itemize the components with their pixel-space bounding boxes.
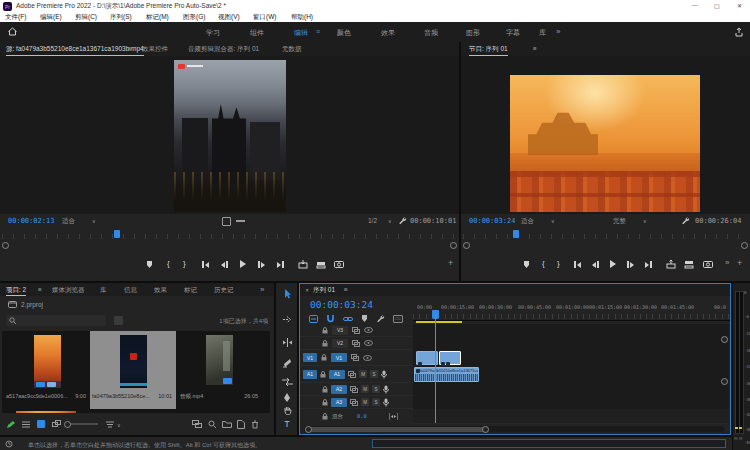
tab-effect-controls[interactable]: 效果控件 xyxy=(142,45,168,54)
tab-source-clip[interactable]: 源: fa0479a3b55210e8ce1a13671ca1903b.mp4 xyxy=(6,45,144,56)
automate-to-sequence-icon[interactable] xyxy=(192,420,202,428)
program-scrub-ruler[interactable] xyxy=(463,230,748,239)
keyframe-nav-icon[interactable] xyxy=(389,413,398,420)
razor-tool[interactable] xyxy=(276,355,298,370)
sync-lock-icon[interactable] xyxy=(351,354,359,361)
solo-track-button[interactable]: S xyxy=(372,385,380,393)
project-panel-menu-icon[interactable]: ≡ xyxy=(38,286,42,293)
freeform-view-icon[interactable] xyxy=(52,420,61,428)
project-item-4-partial-thumbnail[interactable] xyxy=(16,411,76,413)
toggle-track-output-eye-icon[interactable] xyxy=(364,327,373,333)
step-back-icon[interactable] xyxy=(221,261,228,268)
status-sync-icon[interactable] xyxy=(5,440,13,448)
menu-window[interactable]: 窗口(W) xyxy=(253,13,276,22)
find-icon[interactable] xyxy=(208,420,217,429)
source-scrub-ruler[interactable] xyxy=(2,230,457,239)
source-patch-v1[interactable]: V1 xyxy=(303,353,317,362)
lock-icon[interactable] xyxy=(320,371,326,378)
source-settings-wrench-icon[interactable] xyxy=(398,216,407,225)
source-resolution-select[interactable]: 1/2 xyxy=(368,217,377,224)
workspace-tab-graphics[interactable]: 图形 xyxy=(466,28,480,38)
goto-in-icon[interactable] xyxy=(202,261,209,268)
home-icon[interactable] xyxy=(7,26,18,37)
tab-libraries[interactable]: 库 xyxy=(100,286,107,295)
track-lane-a3[interactable] xyxy=(413,396,729,410)
timeline-current-timecode[interactable]: 00:00:03:24 xyxy=(310,299,373,310)
track-target-v3[interactable]: V3 xyxy=(332,326,348,335)
source-settings-icon-a[interactable] xyxy=(222,217,231,226)
menu-graphics[interactable]: 图形(G) xyxy=(183,13,205,22)
source-button-editor-icon[interactable]: + xyxy=(448,258,453,268)
source-playhead[interactable] xyxy=(114,230,120,238)
track-target-a1[interactable]: A1 xyxy=(329,370,345,379)
program-zoom-handle-right[interactable] xyxy=(741,242,748,249)
tab-markers[interactable]: 标记 xyxy=(184,286,197,295)
menu-help[interactable]: 帮助(H) xyxy=(291,13,313,22)
track-lane-a2[interactable] xyxy=(413,383,729,397)
menu-file[interactable]: 文件(F) xyxy=(5,13,26,22)
linked-selection-icon[interactable] xyxy=(343,315,353,323)
mute-track-button[interactable]: M xyxy=(359,370,367,378)
source-current-timecode[interactable]: 00:00:02:13 xyxy=(8,217,54,225)
source-zoom-bar[interactable] xyxy=(2,242,457,249)
nest-sequence-icon[interactable] xyxy=(309,315,318,323)
program-fit-select[interactable]: 适合 xyxy=(521,217,534,226)
selection-tool[interactable] xyxy=(276,287,298,302)
new-bin-icon[interactable] xyxy=(222,420,232,428)
program-playhead[interactable] xyxy=(513,230,519,238)
snap-magnet-icon[interactable] xyxy=(326,314,335,323)
quick-export-icon[interactable] xyxy=(734,27,744,38)
delete-trash-icon[interactable] xyxy=(251,420,259,429)
program-settings-wrench-icon[interactable] xyxy=(681,216,690,225)
playhead-line[interactable] xyxy=(435,314,436,423)
new-item-icon[interactable] xyxy=(237,420,245,429)
lift-icon[interactable] xyxy=(666,260,676,269)
lock-icon[interactable] xyxy=(322,327,328,334)
edit-pencil-icon[interactable] xyxy=(6,420,15,429)
restore-button[interactable]: ▢ xyxy=(714,2,720,9)
solo-track-button[interactable]: S xyxy=(370,370,378,378)
mark-in-icon[interactable]: { xyxy=(542,260,545,268)
timeline-vscroll-handle-bottom[interactable] xyxy=(721,378,728,385)
sort-icon[interactable] xyxy=(106,421,114,428)
workspace-tab-menu-icon[interactable]: ≡ xyxy=(316,28,320,35)
mark-out-icon[interactable]: } xyxy=(183,260,186,268)
audio-clip-1[interactable]: fa0479a3b55210e8ce1a13671ca1903b.mp4 xyxy=(414,367,479,382)
tab-history[interactable]: 历史记 xyxy=(214,286,234,295)
ripple-edit-tool[interactable] xyxy=(276,335,298,350)
goto-out-icon[interactable] xyxy=(277,261,284,268)
slip-tool[interactable] xyxy=(276,374,298,389)
toggle-track-output-eye-icon[interactable] xyxy=(363,355,372,361)
workspace-tab-audio[interactable]: 音频 xyxy=(424,28,438,38)
tab-effects[interactable]: 效果 xyxy=(154,286,167,295)
solo-track-button[interactable]: S xyxy=(372,398,380,406)
source-fit-chevron-icon[interactable]: ∨ xyxy=(92,218,96,224)
project-item-1[interactable]: a517aac9cc9de1e0006... 9:00 xyxy=(4,331,90,409)
track-target-a3[interactable]: A3 xyxy=(331,398,347,407)
scrollbar-handle-right[interactable] xyxy=(482,426,489,433)
toggle-track-output-eye-icon[interactable] xyxy=(364,340,373,346)
menu-marker[interactable]: 标记(M) xyxy=(146,13,169,22)
goto-in-icon[interactable] xyxy=(574,261,581,268)
lock-icon[interactable] xyxy=(321,354,327,361)
export-frame-icon[interactable] xyxy=(703,260,713,268)
menu-edit[interactable]: 编辑(E) xyxy=(40,13,62,22)
program-zoom-handle-left[interactable] xyxy=(463,242,470,249)
program-panel-menu-icon[interactable]: ≡ xyxy=(533,45,537,52)
menu-sequence[interactable]: 序列(S) xyxy=(110,13,132,22)
voiceover-mic-icon[interactable] xyxy=(381,370,387,379)
workspace-tab-captions[interactable]: 字幕 xyxy=(506,28,520,38)
timeline-horizontal-scrollbar[interactable] xyxy=(304,426,724,432)
sync-lock-icon[interactable] xyxy=(352,340,360,347)
lock-icon[interactable] xyxy=(322,399,328,406)
mark-out-icon[interactable]: } xyxy=(557,260,560,268)
captions-icon[interactable]: CC xyxy=(393,315,403,323)
source-fit-select[interactable]: 适合 xyxy=(62,217,75,226)
menu-clip[interactable]: 剪辑(C) xyxy=(75,13,97,22)
lock-icon[interactable] xyxy=(322,386,328,393)
workspace-overflow-icon[interactable]: » xyxy=(556,27,560,36)
voiceover-mic-icon[interactable] xyxy=(383,385,389,394)
type-tool[interactable]: T xyxy=(276,416,298,431)
tab-media-browser[interactable]: 媒体浏览器 xyxy=(52,286,85,295)
zoom-slider-handle[interactable] xyxy=(64,421,71,428)
